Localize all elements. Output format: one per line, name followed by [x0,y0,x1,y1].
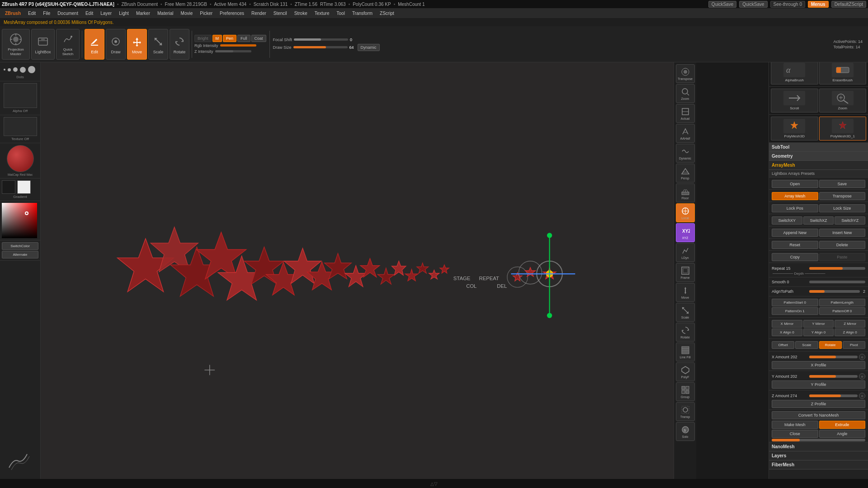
menu-edit[interactable]: Edit [25,10,39,17]
switchxz-btn[interactable]: SwitchXZ [803,216,834,225]
append-new-btn[interactable]: Append New [772,229,818,237]
pattern-on-btn[interactable]: PatternOn 1 [772,307,818,315]
menu-movie[interactable]: Movie [178,10,196,17]
menu-layer[interactable]: Layer [97,10,115,17]
bright-btn[interactable]: Bright [194,35,212,42]
coat-btn[interactable]: Coat [251,35,266,42]
z-amount-circle-btn[interactable]: ○ [859,393,865,399]
full-btn[interactable]: Full [237,35,250,42]
pattern-length-btn[interactable]: PatternLength [819,299,866,306]
color-swatch-light[interactable] [17,180,31,194]
pattern-start-btn[interactable]: PatternStart 0 [772,299,818,306]
rotate-btn[interactable]: Rotate [170,29,189,60]
switchcolor-btn[interactable]: SwitchColor [2,242,38,250]
x-amount-slider[interactable] [809,356,858,358]
make-mesh-btn[interactable]: Make Mesh [772,421,818,429]
arraymesh-header[interactable]: ArrayMesh [769,161,868,170]
menu-stroke[interactable]: Stroke [291,10,311,17]
close-btn[interactable]: Close [772,430,818,438]
lock-pos-btn[interactable]: Lock Pos [772,204,818,212]
vstrip-frame-btn[interactable]: Frame [676,263,695,282]
rgb-m-btn[interactable]: M [212,35,222,42]
menu-tool[interactable]: Tool [334,10,348,17]
pivot-btn[interactable]: Pivot [843,341,865,349]
vstrip-group-btn[interactable]: Group [676,382,695,401]
projection-master-btn[interactable]: ProjectionMaster [2,29,30,60]
texture-preview[interactable] [4,117,37,136]
menu-material[interactable]: Material [154,10,177,17]
color-picker[interactable] [2,203,37,238]
menu-preferences[interactable]: Preferences [217,10,247,17]
vstrip-persp-btn[interactable]: Persp [676,164,695,183]
geometry-header[interactable]: Geometry [769,152,868,161]
canvas-area[interactable]: STAGE COL REPEAT DEL [41,62,674,479]
rotate-mode-btn[interactable]: Rotate [819,341,842,349]
vstrip-actual-btn[interactable]: Actual [676,104,695,123]
aligntopath-slider[interactable] [809,290,860,293]
eraser-brush-item[interactable]: EraserBrush [819,61,867,84]
menu-document[interactable]: Document [54,10,81,17]
vstrip-linefill-btn[interactable]: Line Fill [676,343,695,361]
color-swatch-dark[interactable] [2,180,15,194]
vstrip-aahalf-btn[interactable]: AAHalf [676,124,695,143]
y-profile-btn[interactable]: Y Profile [772,380,865,389]
vstrip-polyf-btn[interactable]: PolyF [676,362,695,381]
y-align-btn[interactable]: Y Align 0 [803,328,834,336]
quicksave-btn2[interactable]: QuickSave [739,1,767,8]
smooth-slider[interactable] [809,281,865,283]
convert-nanomesh-btn[interactable]: Convert To NanoMesh [772,411,865,419]
defaultzscript-btn[interactable]: DefaultZScript [831,1,866,8]
switchxy-btn[interactable]: SwitchXY [772,216,802,225]
menu-edit2[interactable]: Edit [82,10,96,17]
pen-btn[interactable]: Pen [223,35,236,42]
offset-btn[interactable]: Offset [772,341,794,349]
scale-btn[interactable]: Scale [148,29,168,60]
vstrip-transp-btn[interactable]: Transp [676,402,695,421]
polymesh3d-btn[interactable]: PolyMesh3D [771,117,818,141]
see-through[interactable]: See-through 0 [770,1,805,8]
y-amount-slider[interactable] [809,375,858,378]
reset-btn[interactable]: Reset [772,241,818,249]
quicksave-btn1[interactable]: QuickSave [708,1,736,8]
draw-btn[interactable]: Draw [106,29,126,60]
pattern-off-btn[interactable]: PatternOff 0 [819,307,866,315]
nanomesh-header[interactable]: NanoMesh [769,442,868,451]
angle-slider[interactable] [772,439,865,441]
lightbox-btn[interactable]: LightBox [31,29,55,60]
z-intensity-slider[interactable] [215,50,251,52]
vstrip-zoom-btn[interactable]: Zoom [676,84,695,103]
menus-btn[interactable]: Menus [808,1,829,8]
layers-header[interactable]: Layers [769,451,868,460]
transpose-mode-btn[interactable]: Transpose [819,192,866,200]
open-btn[interactable]: Open [772,180,818,188]
x-align-btn[interactable]: X Align 0 [772,328,802,336]
angle-btn[interactable]: Angle [819,430,866,438]
menu-zscript[interactable]: ZScript [377,10,397,17]
y-amount-circle-btn[interactable]: ○ [859,373,865,380]
repeat-slider[interactable] [809,267,865,270]
copy-btn[interactable]: Copy [772,253,818,261]
paste-btn[interactable]: Paste [819,253,866,261]
scroll-btn[interactable]: Scroll [771,89,818,113]
menu-file[interactable]: File [40,10,53,17]
polymesh3d1-btn[interactable]: PolyMesh3D_1 [819,117,867,141]
menu-texture[interactable]: Texture [311,10,333,17]
array-mesh-btn[interactable]: Array Mesh [772,192,818,200]
edit-btn[interactable]: Edit [85,29,104,60]
quick-sketch-btn[interactable]: QuickSketch [56,29,80,60]
move-btn[interactable]: Move [127,29,147,60]
z-amount-slider[interactable] [809,394,858,397]
menu-marker[interactable]: Marker [133,10,153,17]
vstrip-scale-btn[interactable]: Scale [676,303,695,322]
vstrip-move-btn[interactable]: Move [676,283,695,302]
scale-mode-btn[interactable]: Scale [795,341,818,349]
menu-zbrush[interactable]: ZBrush [2,10,24,17]
x-mirror-btn[interactable]: X Mirror [772,320,802,328]
alternate-btn[interactable]: Alternate [2,251,38,258]
menu-transform[interactable]: Transform [349,10,376,17]
dynamic-btn[interactable]: Dynamic [358,44,380,51]
vstrip-solo-btn[interactable]: S Solo [676,422,695,441]
vstrip-ldyn-btn[interactable]: LDyn [676,243,695,262]
menu-render[interactable]: Render [248,10,269,17]
vstrip-local-btn[interactable]: Local [676,203,695,222]
